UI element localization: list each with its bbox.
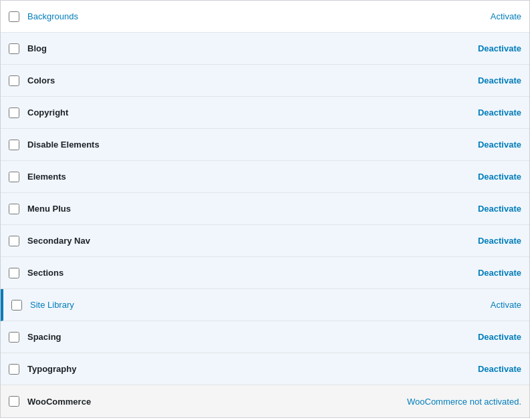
plugin-name-elements: Elements [27,172,478,182]
plugin-row-backgrounds: BackgroundsActivate [1,1,529,33]
plugin-row-secondary-nav: Secondary NavDeactivate [1,225,529,257]
plugin-row-disable-elements: Disable ElementsDeactivate [1,129,529,161]
plugin-action-menu-plus[interactable]: Deactivate [478,204,521,214]
checkbox-backgrounds[interactable] [9,11,19,22]
checkbox-spacing[interactable] [9,332,19,343]
plugin-action-blog[interactable]: Deactivate [478,43,521,53]
plugin-row-elements: ElementsDeactivate [1,161,529,193]
plugin-action-typography[interactable]: Deactivate [478,364,521,374]
plugin-name-typography: Typography [27,364,478,374]
plugin-list: BackgroundsActivateBlogDeactivateColorsD… [0,0,530,418]
plugin-action-copyright[interactable]: Deactivate [478,108,521,118]
plugin-name-menu-plus: Menu Plus [27,204,478,214]
plugin-row-site-library: Site LibraryActivate [1,289,529,321]
plugin-name-blog: Blog [27,43,478,53]
plugin-action-site-library[interactable]: Activate [491,300,521,310]
checkbox-copyright[interactable] [9,108,19,118]
plugin-action-sections[interactable]: Deactivate [478,268,521,278]
plugin-action-backgrounds[interactable]: Activate [491,11,521,21]
plugin-name-woocommerce: WooCommerce [27,397,407,407]
checkbox-site-library[interactable] [11,300,22,310]
plugin-action-disable-elements[interactable]: Deactivate [478,140,521,150]
checkbox-colors[interactable] [9,75,19,86]
plugin-name-disable-elements: Disable Elements [27,140,478,150]
plugin-row-blog: BlogDeactivate [1,33,529,65]
plugin-name-secondary-nav: Secondary Nav [27,236,478,246]
plugin-row-spacing: SpacingDeactivate [1,321,529,353]
plugin-name-sections: Sections [27,268,478,278]
plugin-name-colors: Colors [27,75,478,85]
checkbox-sections[interactable] [9,268,19,278]
checkbox-secondary-nav[interactable] [9,236,19,246]
checkbox-menu-plus[interactable] [9,204,19,214]
plugin-action-secondary-nav[interactable]: Deactivate [478,236,521,246]
plugin-row-typography: TypographyDeactivate [1,353,529,385]
plugin-row-colors: ColorsDeactivate [1,65,529,97]
checkbox-elements[interactable] [9,172,19,182]
plugin-row-copyright: CopyrightDeactivate [1,97,529,129]
checkbox-disable-elements[interactable] [9,140,19,150]
plugin-row-woocommerce: WooCommerceWooCommerce not activated. [1,385,529,417]
plugin-row-sections: SectionsDeactivate [1,257,529,289]
checkbox-woocommerce[interactable] [9,396,19,407]
checkbox-typography[interactable] [9,364,19,375]
plugin-action-colors[interactable]: Deactivate [478,75,521,85]
plugin-action-woocommerce: WooCommerce not activated. [407,397,521,407]
plugin-name-backgrounds: Backgrounds [27,11,491,21]
checkbox-blog[interactable] [9,43,19,54]
plugin-action-spacing[interactable]: Deactivate [478,332,521,342]
plugin-name-spacing: Spacing [27,332,478,342]
plugin-name-copyright: Copyright [27,108,478,118]
plugin-name-site-library: Site Library [30,300,491,310]
plugin-action-elements[interactable]: Deactivate [478,172,521,182]
plugin-row-menu-plus: Menu PlusDeactivate [1,193,529,225]
